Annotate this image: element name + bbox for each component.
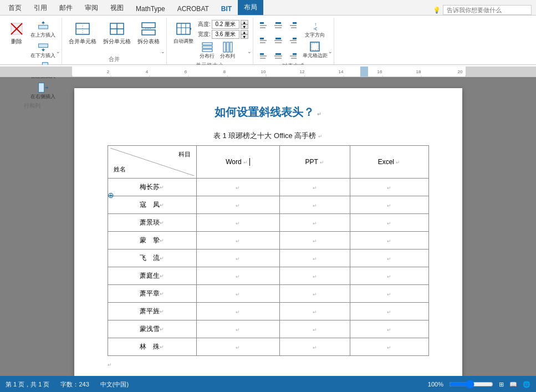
align-top-center[interactable] <box>272 20 285 33</box>
data-cell[interactable]: ↵ <box>196 250 279 267</box>
data-cell[interactable]: ↵ <box>350 179 428 196</box>
row-name-cell[interactable]: 梅长苏↵ <box>108 179 196 196</box>
data-cell[interactable]: ↵ <box>196 179 279 196</box>
split-cells-button[interactable]: 拆分单元格 <box>101 20 133 47</box>
tab-bit[interactable]: BIT <box>215 2 238 15</box>
align-bottom-left[interactable] <box>258 48 271 61</box>
tab-acrobat[interactable]: ACROBAT <box>171 2 215 15</box>
group-merge-expand[interactable]: ⌄ <box>161 49 165 54</box>
group-cell-size-expand[interactable]: ⌄ <box>247 49 252 54</box>
row-name-cell[interactable]: 萧景琰↵ <box>108 214 196 232</box>
width-up[interactable]: ▲ <box>241 30 248 34</box>
tab-home[interactable]: 首页 <box>2 1 28 15</box>
data-cell[interactable]: ↵ <box>350 303 428 320</box>
align-top-right[interactable] <box>285 20 299 33</box>
data-cell[interactable]: ↵ <box>279 179 350 196</box>
align-top-left[interactable] <box>258 20 271 33</box>
data-cell[interactable]: ↵ <box>196 214 279 232</box>
width-down[interactable]: ▼ <box>241 34 248 39</box>
row-name-cell[interactable]: 林 殊↵ <box>108 338 196 356</box>
data-cell[interactable]: ↵ <box>350 320 428 338</box>
data-cell[interactable]: ↵ <box>279 196 350 214</box>
data-cell[interactable]: ↵ <box>350 267 428 285</box>
insert-above-button[interactable]: 在上方插入 <box>29 20 57 39</box>
data-cell[interactable]: ↵ <box>196 267 279 285</box>
data-cell[interactable]: ↵ <box>350 196 428 214</box>
svg-text:16: 16 <box>377 69 382 74</box>
tab-mail[interactable]: 邮件 <box>53 1 79 15</box>
data-cell[interactable]: ↵ <box>350 338 428 356</box>
distribute-cols-icon <box>222 42 233 53</box>
data-cell[interactable]: ↵ <box>279 285 350 303</box>
width-arrows: ▲ ▼ <box>241 30 248 39</box>
data-cell[interactable]: ↵ <box>279 267 350 285</box>
data-cell[interactable]: ↵ <box>350 214 428 232</box>
distribute-rows-button[interactable]: 分布行 <box>198 41 216 60</box>
tab-mathtype[interactable]: MathType <box>130 2 171 15</box>
data-cell[interactable]: ↵ <box>196 285 279 303</box>
row-name-cell[interactable]: 蒙浅雪↵ <box>108 320 196 338</box>
row-name-cell[interactable]: 蒙 挚↵ <box>108 232 196 250</box>
data-cell[interactable]: ↵ <box>196 320 279 338</box>
data-cell[interactable]: ↵ <box>196 232 279 250</box>
data-cell[interactable]: ↵ <box>279 250 350 267</box>
insert-below-button[interactable]: 在下方插入 <box>29 40 57 60</box>
height-down[interactable]: ▼ <box>241 24 248 29</box>
row-name-cell[interactable]: 飞 流↵ <box>108 250 196 267</box>
svg-text:A→: A→ <box>313 22 318 30</box>
data-cell[interactable]: ↵ <box>279 338 350 356</box>
distribute-cols-button[interactable]: 分布列 <box>218 41 237 60</box>
text-direction-btns: A→ 文字方向 单元格边距 <box>301 20 329 60</box>
data-cell[interactable]: ↵ <box>196 338 279 356</box>
doc-area[interactable]: ⊕ 如何设置斜线表头？ ↵ 表 1 琅琊榜之十大 Office 高手榜 ↵ <box>0 77 536 376</box>
auto-adjust-button[interactable]: 自动调整 <box>171 20 196 46</box>
page-info: 第 1 页，共 1 页 <box>6 380 49 389</box>
diagonal-header-cell[interactable]: 科目 姓名 <box>108 146 196 179</box>
align-middle-right[interactable] <box>285 34 299 47</box>
data-cell[interactable]: ↵ <box>350 232 428 250</box>
col-header-ppt: PPT ↵ <box>279 146 350 179</box>
table-move-handle[interactable]: ⊕ <box>108 191 114 200</box>
align-middle-center[interactable] <box>272 34 285 47</box>
svg-rect-55 <box>260 53 264 55</box>
align-bottom-center[interactable] <box>272 48 285 61</box>
view-read-icon[interactable]: 📖 <box>509 381 517 388</box>
tab-review[interactable]: 审阅 <box>79 1 104 15</box>
data-cell[interactable]: ↵ <box>350 250 428 267</box>
row-name-cell[interactable]: 寇 凤↵ <box>108 196 196 214</box>
data-cell[interactable]: ↵ <box>279 320 350 338</box>
view-normal-icon[interactable]: ⊞ <box>499 381 504 388</box>
data-cell[interactable]: ↵ <box>279 214 350 232</box>
tab-view[interactable]: 视图 <box>104 1 130 15</box>
zoom-slider[interactable] <box>449 380 493 389</box>
height-input[interactable] <box>212 20 239 29</box>
view-web-icon[interactable]: 🌐 <box>523 381 530 388</box>
text-direction-button[interactable]: A→ 文字方向 <box>301 20 329 39</box>
data-cell[interactable]: ↵ <box>196 196 279 214</box>
svg-rect-34 <box>223 42 226 52</box>
split-table-button[interactable]: 拆分表格 <box>135 20 162 47</box>
tab-references[interactable]: 引用 <box>28 1 53 15</box>
tab-layout[interactable]: 布局 <box>238 0 263 15</box>
insert-right-button[interactable]: 在右侧插入 <box>29 82 57 101</box>
search-input[interactable] <box>443 5 532 15</box>
height-up[interactable]: ▲ <box>241 20 248 24</box>
data-cell[interactable]: ↵ <box>279 303 350 320</box>
data-cell[interactable]: ↵ <box>196 303 279 320</box>
delete-button[interactable]: 删除 <box>7 20 27 47</box>
row-name-cell[interactable]: 萧平旌↵ <box>108 303 196 320</box>
group-merge-items: 合并单元格 拆分单元格 <box>67 18 162 54</box>
align-bottom-right[interactable] <box>285 48 299 61</box>
merge-cells-button[interactable]: 合并单元格 <box>67 20 99 47</box>
svg-rect-58 <box>275 53 281 55</box>
cell-margins-button[interactable]: 单元格边距 <box>301 40 329 60</box>
align-middle-left[interactable] <box>258 34 271 47</box>
width-input[interactable] <box>212 30 239 39</box>
group-align-expand[interactable]: ⌄ <box>328 49 333 54</box>
row-name-cell[interactable]: 萧庭生↵ <box>108 267 196 285</box>
data-cell[interactable]: ↵ <box>279 232 350 250</box>
group-rows-cols-expand[interactable]: ⌄ <box>56 49 60 54</box>
svg-text:14: 14 <box>339 69 344 74</box>
row-name-cell[interactable]: 萧平章↵ <box>108 285 196 303</box>
data-cell[interactable]: ↵ <box>350 285 428 303</box>
